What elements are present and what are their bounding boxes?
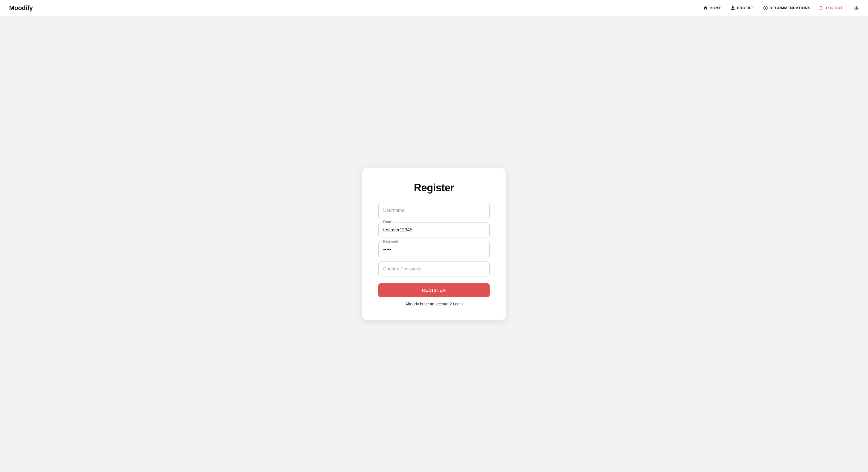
nav-logout-label: LOGOUT (826, 6, 843, 10)
login-link[interactable]: Already have an account? Login (378, 302, 490, 306)
nav-home-label: HOME (710, 6, 721, 10)
svg-point-1 (765, 7, 766, 9)
logout-icon (819, 5, 824, 11)
username-field-group (378, 203, 490, 218)
nav-recommendations-label: RECOMMENDATIONS (770, 6, 810, 10)
confirm-password-field-group (378, 262, 490, 276)
brand-name: Moodify (9, 4, 33, 12)
navbar: Moodify HOME PROFILE (0, 0, 868, 16)
register-title: Register (378, 182, 490, 194)
home-icon (703, 5, 708, 11)
username-input[interactable] (378, 203, 490, 218)
register-button[interactable]: REGISTER (378, 283, 490, 297)
main-content: Register Email Password REGISTER Already… (0, 16, 868, 472)
nav-home[interactable]: HOME (703, 5, 721, 11)
email-input[interactable] (378, 223, 490, 237)
password-input[interactable] (378, 242, 490, 257)
password-field-group: Password (378, 242, 490, 257)
register-card: Register Email Password REGISTER Already… (362, 168, 506, 320)
recommendations-icon (763, 5, 768, 11)
email-label: Email (382, 220, 393, 224)
navbar-links: HOME PROFILE RECOMMENDATIONS (703, 5, 859, 11)
confirm-password-input[interactable] (378, 262, 490, 276)
profile-icon (731, 5, 735, 11)
email-field-group: Email (378, 223, 490, 237)
password-label: Password (382, 239, 399, 243)
nav-recommendations[interactable]: RECOMMENDATIONS (763, 5, 810, 11)
theme-toggle-button[interactable] (854, 5, 859, 11)
nav-profile-label: PROFILE (737, 6, 754, 10)
nav-profile[interactable]: PROFILE (731, 5, 754, 11)
nav-logout[interactable]: LOGOUT (819, 5, 843, 11)
